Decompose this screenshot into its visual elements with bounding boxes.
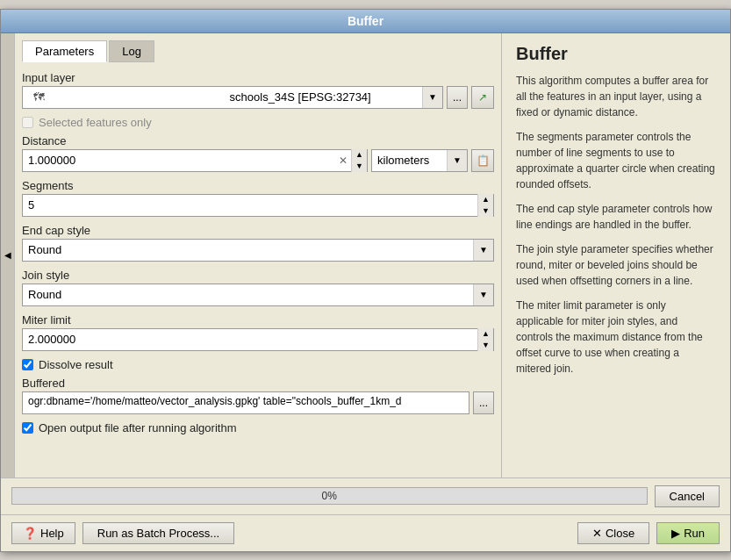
selected-features-row: Selected features only [22, 116, 494, 129]
run-icon: ▶ [671, 527, 680, 540]
buffered-path: ogr:dbname='/home/matteo/vector_analysis… [22, 391, 469, 414]
layer-icon: 🗺 [28, 89, 221, 105]
buffered-browse-button[interactable]: ... [473, 391, 494, 414]
close-icon: ✕ [592, 527, 602, 540]
collapse-button[interactable]: ◀ [1, 33, 15, 477]
segments-spin-up[interactable]: ▲ [478, 194, 493, 205]
progress-area: 0% Cancel [1, 477, 730, 514]
input-layer-browse-button[interactable]: ... [447, 86, 468, 109]
end-cap-label: End cap style [22, 224, 494, 237]
help-icon: ❓ [23, 527, 37, 540]
open-output-label: Open output file after running algorithm [39, 421, 236, 434]
segments-input[interactable]: 5 [23, 197, 477, 213]
help-para-1: This algorithm computes a buffer area fo… [516, 73, 716, 120]
miter-limit-group: Miter limit 2.000000 ▲ ▼ [22, 313, 494, 351]
segments-spin-down[interactable]: ▼ [478, 205, 493, 217]
help-title: Buffer [516, 44, 716, 64]
input-layer-select-button[interactable]: ↗ [471, 86, 494, 109]
distance-row: 1.000000 ✕ ▲ ▼ kilometers ▼ 📋 [22, 149, 494, 172]
distance-spin-down[interactable]: ▼ [352, 161, 367, 172]
miter-limit-input[interactable]: 2.000000 [23, 331, 477, 348]
end-cap-group: End cap style Round ▼ [22, 224, 494, 262]
buffered-path-text: ogr:dbname='/home/matteo/vector_analysis… [28, 395, 402, 407]
help-panel: Buffer This algorithm computes a buffer … [502, 33, 730, 477]
distance-spin: ▲ ▼ [351, 149, 367, 172]
left-panel: Parameters Log Input layer 🗺 schools_34S… [15, 33, 502, 477]
tab-parameters[interactable]: Parameters [22, 40, 107, 62]
distance-group: Distance 1.000000 ✕ ▲ ▼ kilometers [22, 134, 494, 172]
segments-row: 5 ▲ ▼ [22, 194, 494, 217]
cancel-button[interactable]: Cancel [655, 485, 720, 507]
distance-spin-up[interactable]: ▲ [352, 149, 367, 161]
input-layer-dropdown-arrow[interactable]: ▼ [422, 87, 442, 108]
help-button[interactable]: ❓ Help [11, 522, 75, 544]
dissolve-label: Dissolve result [39, 358, 113, 371]
end-cap-dropdown[interactable]: ▼ [473, 240, 493, 261]
title-bar: Buffer [1, 10, 730, 33]
miter-limit-spin-down[interactable]: ▼ [478, 340, 493, 351]
progress-bar: 0% [11, 487, 648, 505]
selected-features-label: Selected features only [39, 116, 152, 129]
help-para-3: The end cap style parameter controls how… [516, 201, 716, 233]
distance-input[interactable]: 1.000000 [23, 152, 335, 169]
batch-process-button[interactable]: Run as Batch Process... [82, 522, 234, 544]
selected-features-checkbox[interactable] [22, 117, 33, 128]
join-style-dropdown[interactable]: ▼ [473, 284, 493, 305]
content-area: ◀ Parameters Log Input layer [1, 33, 730, 551]
help-label: Help [40, 527, 64, 540]
dissolve-row: Dissolve result [22, 358, 494, 371]
join-style-value: Round [23, 288, 473, 301]
input-layer-value: schools_34S [EPSG:32734] [225, 89, 418, 105]
segments-group: Segments 5 ▲ ▼ [22, 179, 494, 217]
miter-limit-spin-up[interactable]: ▲ [478, 328, 493, 340]
segments-label: Segments [22, 179, 494, 192]
join-style-group: Join style Round ▼ [22, 269, 494, 306]
end-cap-value: Round [23, 243, 473, 256]
open-output-checkbox[interactable] [22, 422, 33, 434]
help-para-4: The join style parameter specifies wheth… [516, 241, 716, 289]
main-window: Buffer ◀ Parameters Log Input layer [0, 9, 731, 552]
distance-field-button[interactable]: 📋 [471, 149, 494, 172]
buffered-label: Buffered [22, 377, 494, 390]
help-para-2: The segments parameter controls the numb… [516, 129, 716, 192]
buffered-group: Buffered ogr:dbname='/home/matteo/vector… [22, 377, 494, 414]
close-button[interactable]: ✕ Close [577, 522, 649, 544]
buffered-row: ogr:dbname='/home/matteo/vector_analysis… [22, 391, 494, 414]
dissolve-checkbox[interactable] [22, 359, 33, 370]
join-style-label: Join style [22, 269, 494, 282]
tab-log[interactable]: Log [109, 40, 154, 62]
distance-unit-dropdown[interactable]: ▼ [447, 150, 467, 171]
help-para-5: The miter limit parameter is only applic… [516, 298, 716, 377]
miter-limit-row: 2.000000 ▲ ▼ [22, 328, 494, 351]
open-output-row: Open output file after running algorithm [22, 421, 494, 434]
distance-unit-value: kilometers [372, 154, 447, 167]
distance-clear-button[interactable]: ✕ [335, 154, 351, 167]
distance-input-box: 1.000000 ✕ ▲ ▼ [22, 149, 368, 172]
input-layer-label: Input layer [22, 71, 494, 84]
progress-label: 0% [12, 488, 647, 504]
main-area: ◀ Parameters Log Input layer [1, 33, 730, 477]
bottom-bar: ❓ Help Run as Batch Process... ✕ Close ▶… [1, 514, 730, 551]
close-label: Close [606, 527, 634, 540]
window-title: Buffer [348, 14, 383, 28]
miter-limit-spin: ▲ ▼ [477, 328, 493, 351]
input-layer-row: 🗺 schools_34S [EPSG:32734] ▼ ... ↗ [22, 86, 494, 109]
miter-limit-label: Miter limit [22, 313, 494, 327]
run-label: Run [684, 527, 705, 540]
distance-label: Distance [22, 134, 494, 147]
segments-spin: ▲ ▼ [477, 194, 493, 217]
tabs-bar: Parameters Log [22, 40, 494, 62]
run-button[interactable]: ▶ Run [656, 522, 720, 544]
input-layer-group: Input layer 🗺 schools_34S [EPSG:32734] ▼… [22, 71, 494, 109]
